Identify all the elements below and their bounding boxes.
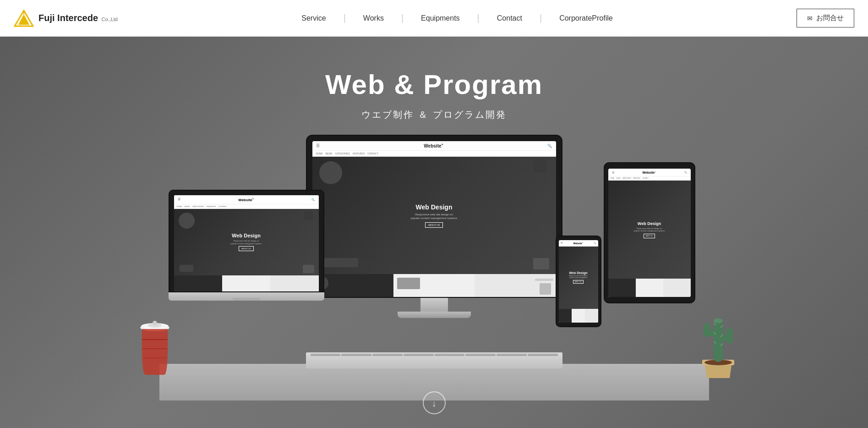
phone-hamburger: ☰ <box>561 241 562 244</box>
laptop-thumb-2 <box>222 275 270 291</box>
scroll-down-arrow: ↓ <box>432 398 437 409</box>
logo-area[interactable]: Fuji Intercede Co.,Ltd <box>14 10 118 27</box>
tablet-thumb-3 <box>663 279 691 297</box>
laptop-thumb-3 <box>270 275 318 291</box>
laptop-web-design-title: Web Design <box>232 233 261 238</box>
monitor-stand-neck <box>420 298 448 312</box>
laptop-thumbnails <box>174 275 319 291</box>
laptop-hamburger: ☰ <box>178 198 180 201</box>
keyboard <box>306 352 562 368</box>
cactus <box>691 298 746 382</box>
svg-rect-13 <box>726 328 733 344</box>
phone-thumb-1 <box>559 309 572 323</box>
phone-thumb-3 <box>585 309 598 323</box>
screen-nav-home: HOME <box>316 152 323 155</box>
monitor-navbar: ☰ Website+ 🔍 <box>312 141 556 151</box>
monitor-web-design-title: Web Design <box>416 203 453 211</box>
tablet-hero: Web Design Responsive web site design on… <box>608 181 691 279</box>
phone-thumbnails <box>559 309 598 323</box>
envelope-icon: ✉ <box>807 15 813 22</box>
monitor-stand-base <box>398 312 471 318</box>
devices-scene: ☰ Website+ 🔍 HOME NEWS CATEGORIES FEATUR… <box>159 135 709 401</box>
nav-contact[interactable]: Contact <box>480 14 540 22</box>
nav-service[interactable]: Service <box>284 14 343 22</box>
phone-logo: Website+ <box>573 241 583 245</box>
laptop-navbar: ☰ Website+ 🔍 <box>174 195 319 204</box>
monitor-screen-content: ☰ Website+ 🔍 HOME NEWS CATEGORIES FEATUR… <box>312 141 556 297</box>
tablet: ☰ Website+ 🔍 HOMENEWSCATEGORIESFEATURESC… <box>604 162 695 303</box>
screen-logo: Website+ <box>424 143 443 148</box>
logo-text-group: Fuji Intercede Co.,Ltd <box>38 13 118 23</box>
laptop-screen: ☰ Website+ 🔍 HOMENEWSCATEGORIESFEATURESC… <box>174 195 319 291</box>
laptop-about-btn: ABOUT US <box>239 246 253 251</box>
phone-about-btn: ABOUT US <box>573 280 584 284</box>
laptop-hero: Web Design Responsive web site design on… <box>174 209 319 275</box>
phone-navbar: ☰ Website+ 🔍 <box>559 240 598 247</box>
monitor-hero-image: Web Design Responsive web site design on… <box>312 157 556 274</box>
hero-section: Web & Program ウエブ制作 ＆ プログラム開発 ☰ Website+… <box>0 37 868 428</box>
laptop-search: 🔍 <box>311 198 315 201</box>
phone-search: 🔍 <box>594 242 596 244</box>
tablet-screen: ☰ Website+ 🔍 HOMENEWSCATEGORIESFEATURESC… <box>608 169 691 297</box>
thumb-1 <box>312 274 393 297</box>
screen-nav-links: HOME NEWS CATEGORIES FEATURES CONTACT <box>312 151 556 157</box>
phone-hero-sub: Responsive web site design onpopular con… <box>569 275 588 279</box>
tablet-nav-links: HOMENEWSCATEGORIESFEATURESCONTACT <box>608 176 691 181</box>
hero-title: Web & Program <box>325 69 543 100</box>
screen-search-icon: 🔍 <box>547 144 552 148</box>
phone-frame: ☰ Website+ 🔍 Web Design Responsive web s… <box>556 236 601 327</box>
laptop-screen-content: ☰ Website+ 🔍 HOMENEWSCATEGORIESFEATURESC… <box>174 195 319 291</box>
laptop-nav-links: HOMENEWSCATEGORIESFEATURESCONTACT <box>174 204 319 209</box>
tablet-search: 🔍 <box>684 171 687 174</box>
svg-rect-11 <box>704 323 710 337</box>
svg-point-6 <box>153 321 157 325</box>
laptop-hero-sub: Responsive web site design onpopular con… <box>231 240 262 245</box>
nav-corporate[interactable]: CorporateProfile <box>542 14 630 22</box>
screen-nav-contact: CONTACT <box>367 152 378 155</box>
hamburger-icon: ☰ <box>316 143 320 148</box>
contact-button[interactable]: ✉ お問合せ <box>797 9 854 27</box>
tablet-thumb-2 <box>636 279 663 297</box>
nav-works[interactable]: Works <box>346 14 401 22</box>
tablet-thumbnails <box>608 279 691 297</box>
tablet-hamburger: ☰ <box>612 171 614 174</box>
monitor-hero-sub: Responsive web site design onpopular con… <box>411 213 458 220</box>
contact-label: お問合せ <box>816 14 844 22</box>
phone-screen: ☰ Website+ 🔍 Web Design Responsive web s… <box>559 240 598 323</box>
laptop-thumb-1 <box>174 275 222 291</box>
nav-equipments[interactable]: Equipments <box>404 14 477 22</box>
phone-web-design-title: Web Design <box>569 271 588 274</box>
screen-nav-features: FEATURES <box>353 152 365 155</box>
svg-point-20 <box>714 318 723 323</box>
monitor-screen: ☰ Website+ 🔍 HOME NEWS CATEGORIES FEATUR… <box>312 141 556 297</box>
phone: ☰ Website+ 🔍 Web Design Responsive web s… <box>556 236 601 327</box>
tablet-screen-content: ☰ Website+ 🔍 HOMENEWSCATEGORIESFEATURESC… <box>608 169 691 297</box>
scroll-indicator[interactable]: ↓ <box>423 391 446 414</box>
tablet-thumb-1 <box>608 279 636 297</box>
laptop: ☰ Website+ 🔍 HOMENEWSCATEGORIESFEATURESC… <box>169 190 324 301</box>
thumb-3 <box>475 274 556 297</box>
laptop-base <box>169 292 324 301</box>
logo-icon <box>14 10 34 27</box>
hero-subtitle: ウエブ制作 ＆ プログラム開発 <box>361 109 506 121</box>
monitor: ☰ Website+ 🔍 HOME NEWS CATEGORIES FEATUR… <box>306 135 562 318</box>
main-nav: Service | Works | Equipments | Contact |… <box>118 13 797 23</box>
screen-nav-news: NEWS <box>326 152 333 155</box>
screen-nav-categories: CATEGORIES <box>335 152 350 155</box>
logo-sub: Co.,Ltd <box>101 16 117 22</box>
logo-brand: Fuji Intercede <box>38 13 98 23</box>
coffee-cup <box>136 316 173 378</box>
tablet-frame: ☰ Website+ 🔍 HOMENEWSCATEGORIESFEATURESC… <box>604 162 695 303</box>
tablet-navbar: ☰ Website+ 🔍 <box>608 169 691 176</box>
tablet-web-design-title: Web Design <box>638 221 661 226</box>
phone-hero: Web Design Responsive web site design on… <box>559 247 598 309</box>
monitor-frame: ☰ Website+ 🔍 HOME NEWS CATEGORIES FEATUR… <box>306 135 562 298</box>
tablet-about-btn: ABOUT US <box>644 234 655 238</box>
tablet-logo: Website+ <box>642 170 655 174</box>
laptop-frame: ☰ Website+ 🔍 HOMENEWSCATEGORIESFEATURESC… <box>169 190 324 292</box>
phone-screen-content: ☰ Website+ 🔍 Web Design Responsive web s… <box>559 240 598 323</box>
monitor-about-btn: ABOUT US <box>425 222 443 228</box>
thumb-2 <box>393 274 475 297</box>
tablet-hero-sub: Responsive web site design onpopular con… <box>634 227 665 232</box>
laptop-logo: Website+ <box>238 197 253 202</box>
